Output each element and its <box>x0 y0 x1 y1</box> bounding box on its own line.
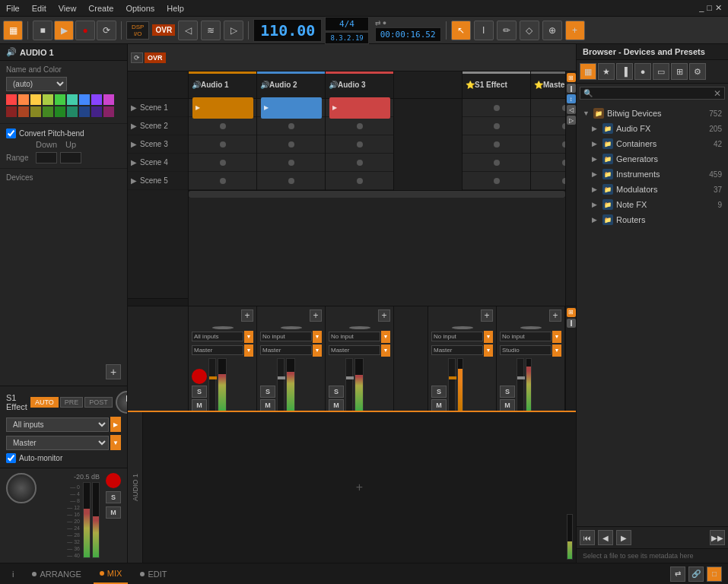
ovr-button[interactable]: OVR <box>152 24 175 36</box>
strip-add-btn-audio1[interactable]: + <box>241 309 253 322</box>
fader-handle-audio1[interactable] <box>209 376 217 379</box>
tree-containers[interactable]: ▶ 📁 Containers 42 <box>577 136 728 151</box>
bpm-display[interactable]: 110.00 <box>253 19 322 42</box>
color-auto-select[interactable]: (auto) <box>6 77 67 91</box>
menu-create[interactable]: Create <box>88 4 113 13</box>
color-swatch-yellow[interactable] <box>30 94 41 105</box>
strip-output-arr-audio3[interactable]: ▼ <box>381 344 390 357</box>
clip-a3-s5[interactable] <box>326 172 393 190</box>
browser-bar-btn[interactable]: ▐ <box>616 63 633 80</box>
clip-block-a1-s1[interactable] <box>192 97 253 119</box>
s1-tab-post[interactable]: POST <box>84 397 113 408</box>
strip-output-arr-audio1[interactable]: ▼ <box>244 344 253 357</box>
clip-s1-s4[interactable] <box>463 154 530 172</box>
arr-canvas[interactable]: + <box>143 412 576 563</box>
window-close-icon[interactable]: ✕ <box>715 3 722 13</box>
solo-button-bottom[interactable]: S <box>106 491 121 503</box>
strip-output-audio1[interactable]: Master <box>192 345 243 355</box>
search-clear-icon[interactable]: ✕ <box>711 88 724 99</box>
window-minimize-icon[interactable]: _ <box>699 3 704 13</box>
tree-routers[interactable]: ▶ 📁 Routers <box>577 212 728 227</box>
status-icon-2[interactable]: 🔗 <box>688 567 704 582</box>
menu-view[interactable]: View <box>59 4 77 13</box>
browser-samples-btn[interactable]: ★ <box>598 63 615 80</box>
strip-input-arr-audio1[interactable]: ▼ <box>244 331 253 343</box>
menu-options[interactable]: Options <box>126 4 154 13</box>
fader-handle-audio3[interactable] <box>346 376 354 379</box>
scene-3-play[interactable]: ▶ <box>131 140 140 149</box>
mute-btn-audio3[interactable]: M <box>329 399 344 411</box>
add-device-button[interactable]: + <box>106 364 121 379</box>
strip-knob-master[interactable] <box>520 326 542 329</box>
s1-tab-pre[interactable]: PRE <box>60 397 84 408</box>
tree-instruments[interactable]: ▶ 📁 Instruments 459 <box>577 167 728 182</box>
clip-a2-s5[interactable] <box>257 172 325 190</box>
clip-a1-s2[interactable] <box>189 117 256 135</box>
wave-btn[interactable]: ≋ <box>201 21 221 40</box>
fader-track-audio3[interactable] <box>345 358 353 411</box>
strip-output-audio2[interactable]: Master <box>260 345 312 355</box>
scene-1[interactable]: ▶ Scene 1 <box>128 99 188 117</box>
menu-help[interactable]: Help <box>167 4 184 13</box>
stop-button[interactable]: ■ <box>33 21 52 40</box>
pencil-tool-btn[interactable]: ✏ <box>497 21 517 40</box>
clip-s1-s5[interactable] <box>463 172 530 190</box>
scene-2-play[interactable]: ▶ <box>131 122 140 131</box>
status-icon-1[interactable]: ⇄ <box>670 567 685 582</box>
range-up-input[interactable]: 2 <box>60 152 81 163</box>
side-btn-2[interactable]: ‖ <box>567 84 576 93</box>
clip-s1-s3[interactable] <box>463 135 530 154</box>
mute-btn-master[interactable]: M <box>500 399 515 411</box>
solo-btn-s1[interactable]: S <box>431 386 447 398</box>
solo-btn-audio1[interactable]: S <box>192 386 207 398</box>
scene-1-play[interactable]: ▶ <box>131 103 140 113</box>
color-swatch-dark-blue[interactable] <box>79 106 90 117</box>
clip-s1-s2[interactable] <box>463 117 530 135</box>
tree-audio-fx[interactable]: ▶ 📁 Audio FX 205 <box>577 121 728 136</box>
rec-button-bottom[interactable] <box>106 473 121 488</box>
fader-track-master[interactable] <box>517 358 524 411</box>
range-down-input[interactable]: -2 <box>36 152 57 163</box>
mixer-side-btn-1[interactable]: ⊞ <box>567 308 576 317</box>
eraser-tool-btn[interactable]: ◇ <box>520 21 539 40</box>
strip-knob-audio3[interactable] <box>349 326 370 329</box>
tree-modulators[interactable]: ▶ 📁 Modulators 37 <box>577 182 728 197</box>
strip-input-arr-audio3[interactable]: ▼ <box>381 331 390 343</box>
fader-track-audio2[interactable] <box>277 358 285 411</box>
strip-input-audio1[interactable]: All inputs <box>192 332 243 341</box>
browser-footer-play[interactable]: ▶ <box>616 530 631 545</box>
browser-footer-rewind[interactable]: ⏮ <box>580 530 595 545</box>
arrange-tab[interactable]: ARRANGE <box>26 563 87 584</box>
clip-s1-s1[interactable] <box>463 99 530 117</box>
strip-knob-audio1[interactable] <box>212 326 234 329</box>
side-btn-1[interactable]: ⊞ <box>567 73 576 82</box>
clip-m-s5[interactable] <box>531 172 565 190</box>
strip-input-master[interactable]: No input <box>500 332 552 341</box>
clip-a3-s1[interactable] <box>326 99 393 117</box>
color-swatch-green[interactable] <box>55 94 65 105</box>
color-swatch-lime[interactable] <box>43 94 53 105</box>
solo-btn-master[interactable]: S <box>500 386 515 398</box>
color-swatch-dark-pink[interactable] <box>103 106 114 117</box>
window-maximize-icon[interactable]: □ <box>707 3 712 13</box>
solo-btn-audio2[interactable]: S <box>260 386 275 398</box>
info-tab[interactable]: i <box>6 563 20 584</box>
menu-file[interactable]: File <box>6 4 20 13</box>
zoom-tool-btn[interactable]: ⊕ <box>542 21 562 40</box>
browser-gear-btn[interactable]: ⚙ <box>689 63 706 80</box>
color-swatch-dark-purple[interactable] <box>91 106 102 117</box>
color-swatch-orange[interactable] <box>18 94 29 105</box>
arrow-right-btn[interactable]: ▷ <box>224 21 243 40</box>
text-tool-btn[interactable]: I <box>474 21 494 40</box>
select-tool-btn[interactable]: ↖ <box>451 21 471 40</box>
strip-add-btn-master[interactable]: + <box>549 309 561 322</box>
scene-5[interactable]: ▶ Scene 5 <box>128 172 188 190</box>
color-swatch-dark-yellow[interactable] <box>30 106 41 117</box>
ovr-ctrl-btn[interactable]: OVR <box>145 52 166 63</box>
scene-3[interactable]: ▶ Scene 3 <box>128 135 188 154</box>
browser-circle-btn[interactable]: ● <box>634 63 651 80</box>
color-swatch-dark-green[interactable] <box>55 106 65 117</box>
auto-monitor-checkbox[interactable] <box>6 453 16 463</box>
clip-a1-s1[interactable] <box>189 99 256 117</box>
fader-handle-audio2[interactable] <box>278 376 285 379</box>
